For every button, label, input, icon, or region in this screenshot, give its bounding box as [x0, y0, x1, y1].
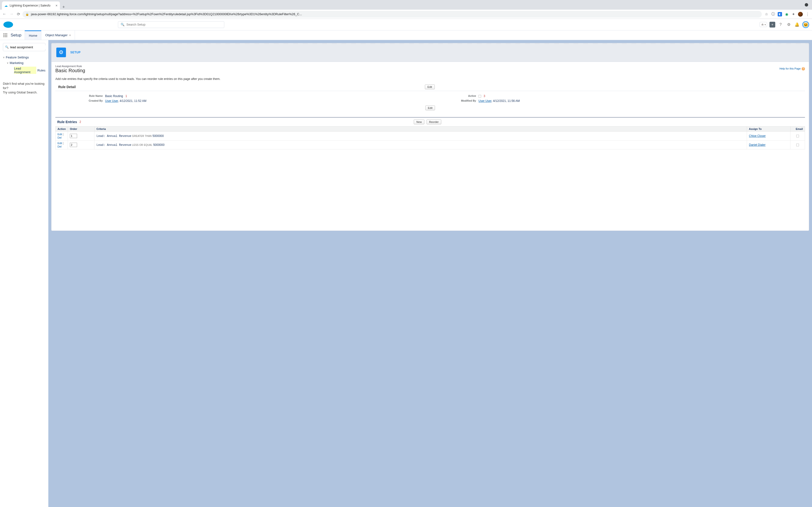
checkbox-unchecked-icon: [796, 144, 799, 146]
search-icon: 🔍: [120, 23, 124, 26]
th-assign-to: Assign To: [747, 126, 791, 131]
app-title: Setup: [11, 31, 24, 40]
setup-sidebar: 🔍 ∨Feature Settings ∨Marketing Lead Assi…: [0, 40, 48, 507]
setup-gear-icon[interactable]: ⚙: [786, 22, 792, 27]
value-rule-name: Basic Routing1: [105, 95, 430, 98]
page-title: Basic Routing: [55, 68, 805, 73]
page-subtitle: Lead Assignment Rule: [55, 65, 805, 68]
user-link[interactable]: User User: [478, 99, 491, 103]
section-rule-detail: Rule Detail Edit: [55, 83, 805, 91]
checkbox-unchecked-icon: [796, 135, 799, 137]
svg-point-4: [5, 33, 6, 34]
tab-object-manager[interactable]: Object Manager ∨: [41, 31, 75, 40]
forward-icon[interactable]: →: [10, 12, 13, 16]
value-modified-by: User User, 4/12/2021, 11:56 AM: [478, 99, 804, 103]
order-input[interactable]: [70, 143, 77, 147]
label-rule-name: Rule Name: [57, 95, 105, 98]
th-criteria: Criteria: [95, 126, 747, 131]
edit-button-bottom[interactable]: Edit: [425, 106, 435, 110]
rule-entries-table: Action Order Criteria Assign To Email Ed…: [55, 126, 805, 150]
edit-button[interactable]: Edit: [425, 84, 435, 89]
sidebar-help-text: Didn't find what you're looking for? Try…: [3, 81, 45, 95]
tab-title: Lightning Experience | Salesfo: [10, 4, 51, 7]
svg-point-11: [6, 36, 7, 37]
gear-icon: ⚙: [56, 48, 66, 57]
sidebar-search-input[interactable]: [10, 45, 51, 49]
app-launcher-icon[interactable]: [0, 31, 11, 40]
assignee-link[interactable]: Daniel Dialer: [749, 143, 766, 147]
reload-icon[interactable]: ⟳: [17, 12, 20, 16]
star-icon[interactable]: ☆: [764, 12, 768, 16]
annotation-2: 2: [80, 120, 81, 124]
chevron-down-icon: ∨: [69, 34, 71, 37]
page-description: Add rule entries that specify the criter…: [55, 77, 805, 80]
context-bar: Setup Home Object Manager ∨: [0, 31, 812, 40]
close-icon[interactable]: ×: [56, 4, 57, 7]
global-search[interactable]: 🔍: [118, 21, 224, 28]
th-order: Order: [68, 126, 95, 131]
url-text: java-power-66192.lightning.force.com/lig…: [31, 12, 759, 16]
lock-icon: 🔒: [26, 12, 29, 16]
address-bar[interactable]: 🔒 java-power-66192.lightning.force.com/l…: [22, 11, 762, 18]
detail-panel: Lead Assignment Rule Basic Routing Help …: [51, 62, 809, 231]
tree-feature-settings[interactable]: ∨Feature Settings: [3, 55, 45, 60]
setup-label: SETUP: [70, 51, 81, 54]
favorites-button[interactable]: ★▾: [760, 22, 767, 27]
help-question-icon: ?: [802, 67, 805, 70]
new-tab-button[interactable]: +: [60, 5, 67, 10]
value-created-by: User User, 4/12/2021, 11:52 AM: [105, 99, 430, 103]
label-modified-by: Modified By: [430, 99, 478, 103]
info-icon[interactable]: ⓘ: [771, 12, 775, 16]
notifications-bell-icon[interactable]: 🔔: [794, 22, 800, 27]
help-link[interactable]: Help for this Page?: [779, 67, 805, 70]
order-input[interactable]: [70, 134, 77, 138]
th-email: Email: [791, 126, 805, 131]
global-search-input[interactable]: [126, 23, 221, 26]
new-button[interactable]: New: [414, 119, 424, 124]
tree-marketing[interactable]: ∨Marketing: [3, 60, 45, 66]
help-icon[interactable]: ?: [778, 22, 783, 27]
extension-icon-2[interactable]: ◉: [784, 12, 789, 16]
search-icon: 🔍: [5, 45, 9, 49]
back-icon[interactable]: ←: [2, 12, 6, 16]
svg-point-6: [3, 35, 4, 36]
browser-toolbar: ← → ⟳ 🔒 java-power-66192.lightning.force…: [0, 10, 812, 19]
svg-point-8: [6, 35, 7, 36]
edit-link[interactable]: Edit: [57, 142, 62, 145]
label-active: Active: [430, 95, 478, 98]
user-avatar[interactable]: 🐱: [802, 21, 809, 28]
window-control-icon[interactable]: [805, 3, 808, 6]
svg-point-2: [8, 22, 12, 25]
tab-home[interactable]: Home: [24, 31, 41, 40]
sidebar-search[interactable]: 🔍: [3, 43, 45, 51]
setup-banner: ⚙ SETUP: [51, 43, 809, 62]
annotation-3: 3: [484, 95, 485, 98]
del-link[interactable]: Del: [57, 136, 62, 139]
browser-tab[interactable]: ☁ Lightning Experience | Salesfo ×: [2, 1, 60, 10]
kebab-menu-icon[interactable]: ⋮: [805, 12, 810, 16]
extensions-puzzle-icon[interactable]: ✦: [791, 12, 796, 16]
salesforce-logo[interactable]: [3, 21, 13, 28]
table-row: Edit | Del Lead: Annual Revenue GREATER …: [56, 131, 805, 140]
edit-link[interactable]: Edit: [57, 133, 62, 136]
salesforce-cloud-icon: ☁: [4, 4, 8, 7]
extension-icon[interactable]: ◧: [778, 12, 782, 16]
section-rule-entries: Rule Entries 2 New Reorder: [55, 118, 805, 126]
svg-point-5: [6, 33, 7, 34]
global-actions-icon[interactable]: ＋: [769, 22, 775, 27]
annotation-1: 1: [125, 95, 127, 98]
svg-point-7: [5, 35, 6, 36]
tree-lead-assignment-rules[interactable]: Lead Assignment Rules: [3, 66, 45, 75]
profile-avatar[interactable]: [798, 12, 803, 17]
assignee-link[interactable]: Chloe Closer: [749, 134, 766, 137]
del-link[interactable]: Del: [57, 145, 62, 148]
user-link[interactable]: User User: [105, 99, 118, 103]
chevron-down-icon: ∨: [3, 56, 5, 59]
checkbox-unchecked-icon: [478, 95, 481, 98]
label-created-by: Created By: [57, 99, 105, 103]
global-header: 🔍 ★▾ ＋ ? ⚙ 🔔 🐱: [0, 19, 812, 31]
reorder-button[interactable]: Reorder: [426, 119, 442, 124]
th-action: Action: [56, 126, 68, 131]
svg-point-3: [3, 33, 4, 34]
table-row: Edit | Del Lead: Annual Revenue LESS OR …: [56, 140, 805, 150]
